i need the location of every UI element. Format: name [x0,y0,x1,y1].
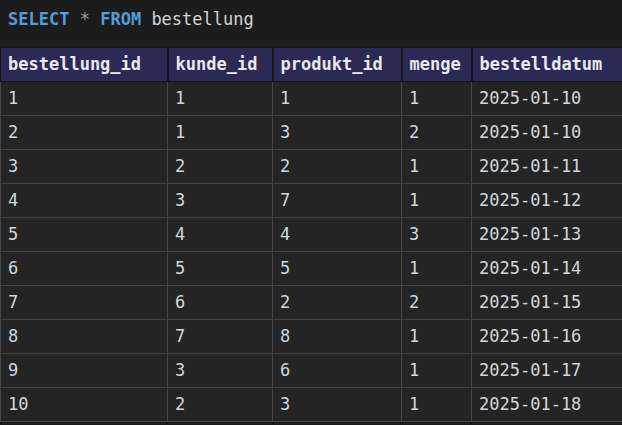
table-cell: 4 [273,218,402,252]
table-cell: 9 [1,354,168,388]
table-cell: 2 [402,116,472,150]
table-cell: 2 [402,286,472,320]
table-row: 102312025-01-18 [1,388,622,422]
sql-table-identifier: bestellung [151,9,253,29]
table-row: 11112025-01-10 [1,82,622,116]
table-row: 32212025-01-11 [1,150,622,184]
table-cell: 5 [273,252,402,286]
table-cell: 3 [273,116,402,150]
table-cell: 7 [168,320,273,354]
table-row: 54432025-01-13 [1,218,622,252]
sql-operator-star: * [80,9,90,29]
table-cell: 3 [402,218,472,252]
table-cell: 2025-01-16 [472,320,622,354]
sql-keyword-select: SELECT [8,9,69,29]
table-row: 21322025-01-10 [1,116,622,150]
table-cell: 1 [402,252,472,286]
table-cell: 2025-01-10 [472,116,622,150]
table-cell: 2025-01-10 [472,82,622,116]
table-cell: 10 [1,388,168,422]
table-cell: 1 [402,82,472,116]
table-cell: 1 [402,388,472,422]
table-cell: 2025-01-13 [472,218,622,252]
table-cell: 1 [1,82,168,116]
table-cell: 1 [168,116,273,150]
table-cell: 1 [402,184,472,218]
table-cell: 3 [168,184,273,218]
table-cell: 2025-01-12 [472,184,622,218]
table-row: 76222025-01-15 [1,286,622,320]
table-cell: 6 [168,286,273,320]
table-cell: 2 [1,116,168,150]
table-cell: 1 [402,150,472,184]
table-cell: 2025-01-15 [472,286,622,320]
table-cell: 2 [168,150,273,184]
table-cell: 2 [273,150,402,184]
sql-keyword-from: FROM [100,9,141,29]
table-cell: 6 [273,354,402,388]
column-header-kunde_id: kunde_id [168,48,273,82]
table-cell: 4 [168,218,273,252]
table-cell: 3 [273,388,402,422]
table-cell: 8 [1,320,168,354]
table-header-row: bestellung_idkunde_idprodukt_idmengebest… [1,48,622,82]
table-cell: 1 [402,354,472,388]
table-row: 87812025-01-16 [1,320,622,354]
table-cell: 6 [1,252,168,286]
table-cell: 8 [273,320,402,354]
table-cell: 1 [273,82,402,116]
table-cell: 2 [168,388,273,422]
table-cell: 3 [1,150,168,184]
table-cell: 2025-01-17 [472,354,622,388]
column-header-bestellung_id: bestellung_id [1,48,168,82]
table-cell: 1 [402,320,472,354]
query-result-table: bestellung_idkunde_idprodukt_idmengebest… [0,47,622,422]
table-row: 43712025-01-12 [1,184,622,218]
table-cell: 7 [1,286,168,320]
table-cell: 5 [168,252,273,286]
table-cell: 7 [273,184,402,218]
table-cell: 2025-01-11 [472,150,622,184]
column-header-menge: menge [402,48,472,82]
table-cell: 5 [1,218,168,252]
table-cell: 3 [168,354,273,388]
column-header-bestelldatum: bestelldatum [472,48,622,82]
table-cell: 2025-01-14 [472,252,622,286]
table-cell: 4 [1,184,168,218]
table-row: 93612025-01-17 [1,354,622,388]
sql-query: SELECT * FROM bestellung [0,0,622,32]
column-header-produkt_id: produkt_id [273,48,402,82]
table-cell: 2 [273,286,402,320]
table-row: 65512025-01-14 [1,252,622,286]
table-cell: 2025-01-18 [472,388,622,422]
table-cell: 1 [168,82,273,116]
